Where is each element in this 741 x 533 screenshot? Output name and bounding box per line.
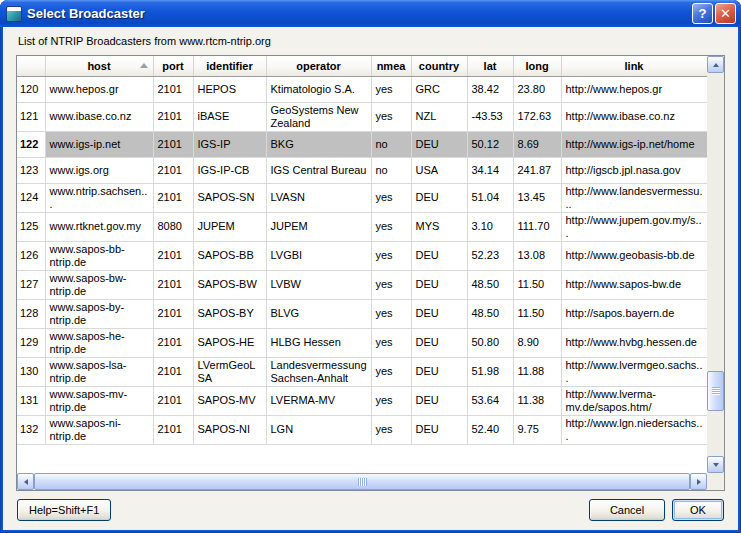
scroll-left-button[interactable] <box>17 473 34 490</box>
cell-country[interactable]: NZL <box>411 102 467 131</box>
cell-nmea[interactable]: yes <box>371 241 411 270</box>
cell-operator[interactable]: LGN <box>266 415 371 444</box>
cell-long[interactable]: 13.08 <box>513 241 561 270</box>
cell-link[interactable]: http://www.hvbg.hessen.de <box>561 328 707 357</box>
cell-country[interactable]: USA <box>411 157 467 183</box>
cell-port[interactable]: 2101 <box>153 386 193 415</box>
cell-link[interactable]: http://www.lgn.niedersachs... <box>561 415 707 444</box>
cell-host[interactable]: www.sapos-bb-ntrip.de <box>45 241 153 270</box>
table-row[interactable]: 126www.sapos-bb-ntrip.de2101SAPOS-BBLVGB… <box>17 241 707 270</box>
cell-long[interactable]: 11.50 <box>513 299 561 328</box>
table-row[interactable]: 124www.ntrip.sachsen...2101SAPOS-SNLVASN… <box>17 183 707 212</box>
help-button[interactable]: Help=Shift+F1 <box>17 499 111 521</box>
cell-host[interactable]: www.rtknet.gov.my <box>45 212 153 241</box>
cell-identifier[interactable]: LVermGeoLSA <box>193 357 266 386</box>
table-row[interactable]: 121www.ibase.co.nz2101iBASEGeoSystems Ne… <box>17 102 707 131</box>
col-header-operator[interactable]: operator <box>266 56 371 76</box>
cell-operator[interactable]: BLVG <box>266 299 371 328</box>
cell-nmea[interactable]: yes <box>371 270 411 299</box>
cell-identifier[interactable]: SAPOS-MV <box>193 386 266 415</box>
cell-operator[interactable]: GeoSystems New Zealand <box>266 102 371 131</box>
table-row[interactable]: 129www.sapos-he-ntrip.de2101SAPOS-HEHLBG… <box>17 328 707 357</box>
cell-long[interactable]: 8.90 <box>513 328 561 357</box>
cell-long[interactable]: 11.38 <box>513 386 561 415</box>
col-header-long[interactable]: long <box>513 56 561 76</box>
cell-country[interactable]: DEU <box>411 415 467 444</box>
cell-link[interactable]: http://www.landesvermessu... <box>561 183 707 212</box>
horizontal-scrollbar-track[interactable] <box>34 473 690 490</box>
cell-nmea[interactable]: yes <box>371 76 411 102</box>
cell-country[interactable]: DEU <box>411 299 467 328</box>
cell-identifier[interactable]: HEPOS <box>193 76 266 102</box>
cell-nmea[interactable]: yes <box>371 415 411 444</box>
cell-lat[interactable]: 52.23 <box>467 241 513 270</box>
cell-long[interactable]: 11.88 <box>513 357 561 386</box>
cell-lat[interactable]: 51.98 <box>467 357 513 386</box>
cell-host[interactable]: www.sapos-bw-ntrip.de <box>45 270 153 299</box>
cell-link[interactable]: http://www.jupem.gov.my/s... <box>561 212 707 241</box>
cell-host[interactable]: www.igs.org <box>45 157 153 183</box>
cell-host[interactable]: www.ntrip.sachsen... <box>45 183 153 212</box>
cell-nmea[interactable]: no <box>371 157 411 183</box>
cell-host[interactable]: www.ibase.co.nz <box>45 102 153 131</box>
col-header-host[interactable]: host <box>45 56 153 76</box>
cell-country[interactable]: DEU <box>411 270 467 299</box>
row-number-cell[interactable]: 123 <box>17 157 45 183</box>
cell-operator[interactable]: LVERMA-MV <box>266 386 371 415</box>
cell-country[interactable]: DEU <box>411 241 467 270</box>
cell-country[interactable]: DEU <box>411 357 467 386</box>
cell-port[interactable]: 2101 <box>153 102 193 131</box>
cell-link[interactable]: http://www.lverma-mv.de/sapos.htm/ <box>561 386 707 415</box>
cell-identifier[interactable]: IGS-IP-CB <box>193 157 266 183</box>
cell-link[interactable]: http://www.lvermgeo.sachs... <box>561 357 707 386</box>
cell-country[interactable]: DEU <box>411 131 467 157</box>
cell-link[interactable]: http://www.igs-ip.net/home <box>561 131 707 157</box>
cell-lat[interactable]: 53.64 <box>467 386 513 415</box>
cell-operator[interactable]: HLBG Hessen <box>266 328 371 357</box>
row-number-cell[interactable]: 125 <box>17 212 45 241</box>
cell-long[interactable]: 241.87 <box>513 157 561 183</box>
cell-host[interactable]: www.sapos-ni-ntrip.de <box>45 415 153 444</box>
cell-link[interactable]: http://www.ibase.co.nz <box>561 102 707 131</box>
cell-long[interactable]: 11.50 <box>513 270 561 299</box>
titlebar-help-button[interactable]: ? <box>692 3 713 24</box>
cell-identifier[interactable]: iBASE <box>193 102 266 131</box>
vertical-scrollbar-thumb[interactable] <box>707 371 724 411</box>
cell-operator[interactable]: IGS Central Bureau <box>266 157 371 183</box>
vertical-scrollbar-track[interactable] <box>707 73 724 456</box>
col-header-nmea[interactable]: nmea <box>371 56 411 76</box>
cell-lat[interactable]: 51.04 <box>467 183 513 212</box>
cell-host[interactable]: www.sapos-mv-ntrip.de <box>45 386 153 415</box>
scroll-down-button[interactable] <box>707 456 724 473</box>
cell-nmea[interactable]: no <box>371 131 411 157</box>
cell-country[interactable]: GRC <box>411 76 467 102</box>
table-row[interactable]: 130www.sapos-lsa-ntrip.de2101LVermGeoLSA… <box>17 357 707 386</box>
row-number-cell[interactable]: 128 <box>17 299 45 328</box>
cell-host[interactable]: www.sapos-he-ntrip.de <box>45 328 153 357</box>
table-row[interactable]: 127www.sapos-bw-ntrip.de2101SAPOS-BWLVBW… <box>17 270 707 299</box>
cell-nmea[interactable]: yes <box>371 357 411 386</box>
cell-operator[interactable]: LVBW <box>266 270 371 299</box>
cell-country[interactable]: DEU <box>411 183 467 212</box>
horizontal-scrollbar-thumb[interactable] <box>34 473 690 490</box>
ok-button[interactable]: OK <box>672 499 724 521</box>
close-button[interactable]: ✕ <box>715 3 736 24</box>
cell-host[interactable]: www.sapos-by-ntrip.de <box>45 299 153 328</box>
cell-lat[interactable]: 38.42 <box>467 76 513 102</box>
cell-link[interactable]: http://www.hepos.gr <box>561 76 707 102</box>
cell-operator[interactable]: LVASN <box>266 183 371 212</box>
col-header-lat[interactable]: lat <box>467 56 513 76</box>
cell-host[interactable]: www.igs-ip.net <box>45 131 153 157</box>
row-number-cell[interactable]: 131 <box>17 386 45 415</box>
cell-link[interactable]: http://igscb.jpl.nasa.gov <box>561 157 707 183</box>
cell-port[interactable]: 2101 <box>153 270 193 299</box>
cell-link[interactable]: http://sapos.bayern.de <box>561 299 707 328</box>
cell-nmea[interactable]: yes <box>371 183 411 212</box>
table-row[interactable]: 123www.igs.org2101IGS-IP-CBIGS Central B… <box>17 157 707 183</box>
cell-port[interactable]: 2101 <box>153 183 193 212</box>
horizontal-scrollbar[interactable] <box>17 473 707 490</box>
row-number-cell[interactable]: 130 <box>17 357 45 386</box>
cell-identifier[interactable]: JUPEM <box>193 212 266 241</box>
row-number-cell[interactable]: 120 <box>17 76 45 102</box>
cell-lat[interactable]: -43.53 <box>467 102 513 131</box>
